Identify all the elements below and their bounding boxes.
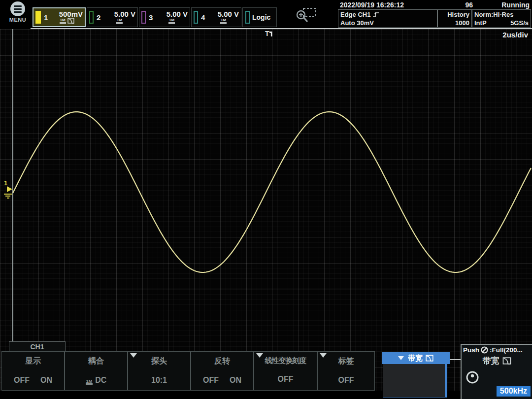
- bandwidth-panel-title: 带宽: [483, 355, 499, 366]
- coupling-value: DC: [95, 376, 106, 384]
- menu-item-display[interactable]: 显示 OFF ON: [1, 351, 65, 391]
- channel-3-box[interactable]: 3 5.00 V 1M: [139, 7, 190, 27]
- datetime: 2022/09/19 16:26:12: [340, 1, 456, 9]
- display-off-option[interactable]: OFF: [14, 376, 30, 385]
- linear-scale-value: OFF: [254, 375, 317, 384]
- impedance-1m-icon: 1M: [220, 18, 227, 24]
- channel-1-color-bar-icon: [35, 11, 41, 24]
- history-label: History: [440, 10, 469, 19]
- channel-4-scale: 5.00 V: [218, 11, 239, 17]
- bandwidth-filter-icon: [502, 357, 511, 365]
- impedance-1m-icon: 1M: [86, 379, 93, 385]
- trigger-info-box[interactable]: Edge CH1 Auto 30mV: [338, 9, 437, 28]
- dropdown-triangle-icon: [256, 353, 263, 358]
- bandwidth-menu-header[interactable]: 带宽: [382, 352, 450, 364]
- menu-item-invert[interactable]: 反转 OFF ON: [191, 351, 254, 391]
- bandwidth-filter-icon: [426, 355, 433, 362]
- trigger-mode-level: Auto 30mV: [340, 19, 435, 27]
- channel-3-scale: 5.00 V: [166, 11, 188, 17]
- channel-3-number: 3: [148, 13, 154, 22]
- top-bar: MENU 1 500mV 1M 2 5.00 V: [0, 0, 532, 28]
- channel-2-number: 2: [96, 13, 101, 22]
- channel-1-number: 1: [43, 13, 49, 22]
- channel-3-color-bar-icon: [141, 11, 146, 24]
- logic-color-bar-icon: [245, 11, 250, 24]
- impedance-1m-icon: 1M: [60, 18, 66, 24]
- bandwidth-menu-label: 带宽: [408, 354, 423, 363]
- invert-off-option[interactable]: OFF: [203, 376, 219, 385]
- acquisition-mode-box[interactable]: Norm:Hi-Res IntP 5GS/s: [472, 9, 531, 28]
- knob-push-icon: [481, 346, 488, 354]
- oscilloscope-screen: MENU 1 500mV 1M 2 5.00 V: [0, 0, 532, 399]
- channel-2-color-bar-icon: [89, 11, 94, 24]
- menu-item-invert-label: 反转: [191, 356, 253, 366]
- run-status: Running: [493, 1, 530, 9]
- rotary-knob-icon[interactable]: [466, 370, 479, 384]
- impedance-1m-icon: 1M: [116, 18, 123, 24]
- logic-label: Logic: [252, 13, 270, 21]
- menu-tab-ch1[interactable]: CH1: [9, 341, 66, 352]
- trigger-type: Edge CH1: [340, 10, 370, 19]
- history-value: 1000: [440, 19, 469, 27]
- acquisition-count: 96: [453, 1, 473, 9]
- menu-item-probe-label: 探头: [128, 356, 190, 366]
- menu-button-label: MENU: [4, 17, 32, 23]
- logic-channel-box[interactable]: Logic: [242, 7, 277, 27]
- channel-4-number: 4: [200, 13, 206, 22]
- menu-item-label[interactable]: 标签 OFF: [317, 351, 375, 391]
- channel-2-box[interactable]: 2 5.00 V 1M: [87, 7, 138, 27]
- menu-connector-line: [450, 359, 462, 360]
- waveform-svg: [0, 29, 532, 391]
- channel-2-scale: 5.00 V: [114, 11, 135, 17]
- bandwidth-value-badge[interactable]: 500kHz: [497, 386, 531, 397]
- zoom-search-icon[interactable]: [295, 7, 317, 24]
- menu-button[interactable]: MENU: [4, 1, 32, 27]
- acquisition-mode: Norm:Hi-Res: [474, 10, 529, 19]
- channel-4-box[interactable]: 4 5.00 V 1M: [191, 7, 241, 27]
- display-on-option[interactable]: ON: [40, 376, 52, 385]
- menu-item-linear-scale[interactable]: 线性变换刻度 OFF: [254, 351, 317, 391]
- label-value: OFF: [318, 376, 374, 385]
- menu-item-label-label: 标签: [318, 356, 374, 366]
- channel-1-box[interactable]: 1 500mV 1M: [33, 7, 86, 27]
- history-box[interactable]: History 1000: [437, 9, 472, 28]
- dropdown-triangle-icon: [320, 353, 327, 358]
- invert-on-option[interactable]: ON: [230, 376, 241, 385]
- sample-rate: 5GS/s: [510, 19, 529, 27]
- impedance-1m-icon: 1M: [168, 18, 175, 24]
- menu-item-probe[interactable]: 探头 10:1: [128, 351, 191, 391]
- rising-edge-icon: [372, 11, 379, 18]
- push-label: Push: [463, 346, 479, 354]
- dropdown-triangle-icon: [130, 353, 137, 358]
- probe-value: 10:1: [128, 376, 190, 385]
- bandwidth-filter-icon: [67, 18, 74, 24]
- bandwidth-dropdown-popup[interactable]: [383, 364, 447, 398]
- hamburger-menu-icon: [10, 1, 25, 16]
- channel-1-scale: 500mV: [59, 11, 83, 17]
- dropdown-triangle-icon: [398, 356, 404, 360]
- ch1-sine-waveform: [13, 112, 531, 272]
- bandwidth-softkey-panel[interactable]: Push :Full(200... 带宽 500kHz: [461, 344, 532, 399]
- menu-item-coupling-label: 耦合: [65, 356, 127, 366]
- menu-item-linear-scale-label: 线性变换刻度: [254, 356, 317, 366]
- menu-item-display-label: 显示: [2, 356, 64, 366]
- channel-4-color-bar-icon: [194, 11, 198, 24]
- menu-item-coupling[interactable]: 耦合 1MDC: [65, 351, 128, 391]
- push-value: :Full(200...: [490, 346, 523, 354]
- interpolation-mode: IntP: [474, 19, 487, 27]
